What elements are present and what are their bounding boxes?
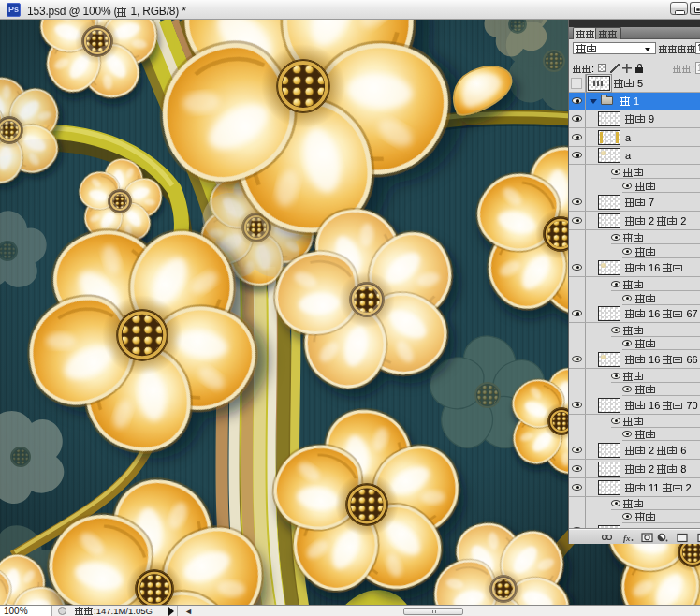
svg-text:fx: fx [623, 534, 631, 543]
